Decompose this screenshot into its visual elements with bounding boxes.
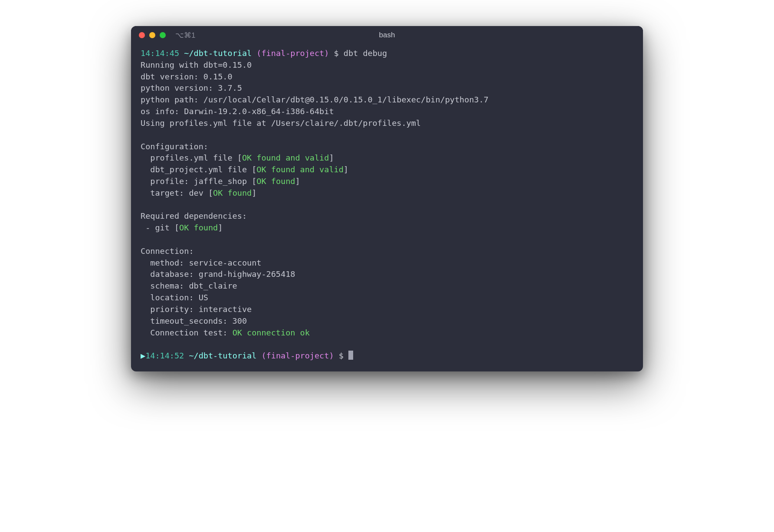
prompt-symbol: $	[334, 49, 339, 58]
maximize-icon[interactable]	[160, 32, 166, 38]
status-ok: OK found and valid	[242, 153, 329, 162]
output-line: python path: /usr/local/Cellar/dbt@0.15.…	[141, 95, 489, 104]
dependency-line: - git [OK found]	[141, 223, 223, 232]
git-branch: (final-project)	[261, 351, 334, 360]
command-text: dbt debug	[344, 49, 387, 58]
git-branch: (final-project)	[256, 49, 329, 58]
output-line: os info: Darwin-19.2.0-x86_64-i386-64bit	[141, 107, 334, 116]
status-ok: OK found and valid	[256, 165, 343, 174]
status-ok: OK found	[256, 177, 295, 186]
terminal-window: ⌥⌘1 bash 14:14:45 ~/dbt-tutorial (final-…	[131, 26, 643, 371]
connection-line: Connection test: OK connection ok	[141, 328, 310, 337]
arrow-icon: ▶	[141, 351, 145, 360]
connection-line: database: grand-highway-265418	[141, 269, 295, 279]
config-line: profiles.yml file [OK found and valid]	[141, 153, 334, 162]
section-header: Required dependencies:	[141, 211, 247, 220]
cursor-icon	[348, 351, 353, 360]
prompt-line: 14:14:45 ~/dbt-tutorial (final-project) …	[141, 49, 387, 58]
prompt-symbol: $	[339, 351, 344, 360]
window-title: bash	[379, 31, 395, 39]
timestamp: 14:14:45	[141, 49, 179, 58]
output-line: python version: 3.7.5	[141, 83, 242, 92]
output-line: dbt version: 0.15.0	[141, 72, 233, 81]
titlebar: ⌥⌘1 bash	[131, 26, 643, 44]
status-ok: OK connection ok	[233, 328, 310, 337]
connection-line: priority: interactive	[141, 305, 252, 314]
keyboard-shortcut-label: ⌥⌘1	[175, 31, 195, 40]
connection-line: timeout_seconds: 300	[141, 316, 247, 325]
config-line: profile: jaffle_shop [OK found]	[141, 177, 300, 186]
config-line: dbt_project.yml file [OK found and valid…	[141, 165, 348, 174]
connection-line: schema: dbt_claire	[141, 281, 237, 290]
config-line: target: dev [OK found]	[141, 188, 256, 197]
connection-line: method: service-account	[141, 258, 261, 267]
connection-line: location: US	[141, 293, 208, 302]
prompt-line: ▶14:14:52 ~/dbt-tutorial (final-project)…	[141, 351, 353, 360]
output-line: Using profiles.yml file at /Users/claire…	[141, 118, 421, 128]
timestamp: 14:14:52	[145, 351, 184, 360]
status-ok: OK found	[213, 188, 252, 197]
output-line: Running with dbt=0.15.0	[141, 60, 252, 69]
terminal-body[interactable]: 14:14:45 ~/dbt-tutorial (final-project) …	[131, 44, 643, 371]
section-header: Connection:	[141, 246, 194, 256]
cwd: ~/dbt-tutorial	[184, 49, 252, 58]
close-icon[interactable]	[139, 32, 145, 38]
status-ok: OK found	[179, 223, 218, 232]
section-header: Configuration:	[141, 142, 208, 151]
traffic-lights	[139, 32, 166, 38]
cwd: ~/dbt-tutorial	[189, 351, 256, 360]
minimize-icon[interactable]	[149, 32, 155, 38]
